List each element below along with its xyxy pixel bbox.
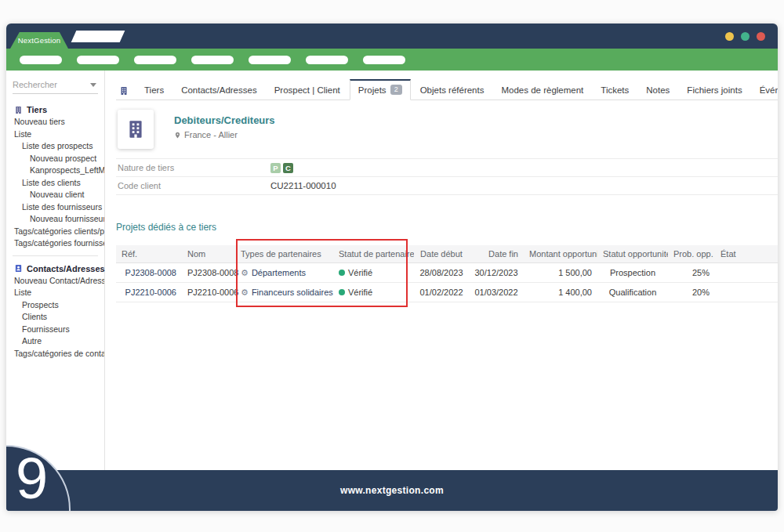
- brand-label: NextGestion: [18, 36, 60, 45]
- column-header: Date début: [414, 249, 469, 259]
- sidebar-item[interactable]: Tags/catégories clients/pr...: [6, 226, 104, 238]
- nav-pill[interactable]: [363, 56, 405, 64]
- sidebar-item[interactable]: Nouveau Contact/Adresse: [6, 275, 104, 288]
- main-panel: Tiers Contacts/Adresses Prospect | Clien…: [105, 71, 778, 470]
- brand-tab: NextGestion: [10, 32, 68, 49]
- sidebar-item[interactable]: Liste des fournisseurs: [6, 201, 104, 214]
- tab[interactable]: Tickets: [593, 81, 637, 100]
- sidebar-item[interactable]: Fournisseurs: [6, 324, 104, 336]
- sidebar-group-title: Tiers: [27, 105, 47, 114]
- sidebar: Tiers Nouveau tiers Liste Liste des pros…: [6, 71, 105, 470]
- project-name: PJ2308-0008: [182, 268, 235, 277]
- nav-pill[interactable]: [249, 56, 291, 64]
- column-header: Statut de partenaire: [333, 249, 414, 259]
- sidebar-item[interactable]: Nouveau tiers: [6, 116, 104, 128]
- date-fin: 01/03/2022: [469, 288, 524, 297]
- building-icon: [119, 86, 129, 96]
- tab-label: Tickets: [601, 85, 629, 95]
- prob-opp: 25%: [668, 268, 715, 277]
- partner-type: Financeurs solidaires: [252, 288, 333, 297]
- sidebar-item[interactable]: Tags/catégories fournisse...: [6, 237, 104, 250]
- sidebar-item[interactable]: Nouveau prospect: [6, 153, 104, 165]
- project-ref-link[interactable]: PJ2210-0006: [116, 288, 182, 297]
- tab[interactable]: Projets 2: [350, 79, 411, 100]
- partner-type: Départements: [252, 268, 306, 277]
- nav-pill[interactable]: [134, 56, 176, 64]
- projects-section-title: Projets dédiés à ce tiers: [116, 222, 216, 233]
- partner-status: Vérifié: [333, 268, 414, 277]
- hierarchy-icon: [122, 270, 122, 277]
- sidebar-item[interactable]: Prospects: [6, 299, 104, 312]
- tab-bar: Tiers Contacts/Adresses Prospect | Clien…: [116, 81, 778, 100]
- tab-label: Modes de règlement: [501, 85, 583, 95]
- project-ref-link[interactable]: PJ2308-0008: [116, 268, 182, 277]
- column-header: Statut opportunité: [597, 249, 668, 259]
- gear-icon: ⚙: [241, 269, 249, 277]
- sidebar-group-tiers[interactable]: Tiers: [6, 103, 104, 116]
- minimize-dot-icon[interactable]: [725, 32, 734, 41]
- column-header: Réf.: [116, 249, 182, 259]
- sidebar-item[interactable]: Nouveau fournisseur: [6, 213, 104, 226]
- sidebar-item[interactable]: Liste: [6, 128, 104, 141]
- close-dot-icon[interactable]: [757, 32, 765, 41]
- partner-status: Vérifié: [333, 288, 414, 297]
- nav-pill[interactable]: [191, 56, 234, 64]
- browser-tab-placeholder[interactable]: [71, 31, 125, 42]
- maximize-dot-icon[interactable]: [741, 32, 750, 41]
- tab[interactable]: Prospect | Client: [267, 81, 348, 100]
- prob-opp: 20%: [668, 288, 715, 297]
- tab-label: Événements/Agenda: [760, 85, 778, 95]
- montant-opportunite: 1 400,00: [524, 288, 597, 297]
- column-header: Types de partenaires: [235, 249, 333, 259]
- sidebar-item[interactable]: Liste: [6, 287, 104, 299]
- nav-pill[interactable]: [306, 56, 348, 64]
- sidebar-item[interactable]: Tags/catégories de conta...: [6, 348, 104, 360]
- column-header: État: [715, 249, 778, 259]
- status-dot-icon: [339, 289, 345, 295]
- tab[interactable]: Fichiers joints: [679, 81, 750, 100]
- statut-opportunite: Qualification: [597, 288, 668, 297]
- nav-pill[interactable]: [77, 56, 119, 64]
- tab[interactable]: Contacts/Adresses: [173, 81, 265, 100]
- sidebar-group-contacts-items: Nouveau Contact/Adresse Liste Prospects …: [6, 275, 104, 360]
- sidebar-item[interactable]: Nouveau client: [6, 189, 104, 201]
- page-title: Debiteurs/Crediteurs: [174, 114, 275, 126]
- record-avatar: [118, 110, 154, 149]
- nature-badge-c: C: [283, 163, 293, 173]
- tab-count-badge: 2: [390, 85, 402, 95]
- sidebar-item[interactable]: Autre: [6, 335, 104, 348]
- tab[interactable]: Événements/Agenda 5: [752, 81, 778, 100]
- column-header: Nom: [182, 249, 235, 259]
- tab[interactable]: Modes de règlement: [493, 81, 591, 100]
- hierarchy-icon: [122, 289, 122, 296]
- tab-label: Projets: [358, 85, 387, 95]
- building-icon: [125, 118, 146, 140]
- date-fin: 30/12/2023: [469, 268, 524, 277]
- tab[interactable]: Objets référents: [412, 81, 492, 100]
- footer-url: www.nextgestion.com: [340, 485, 444, 496]
- nav-pill[interactable]: [20, 56, 62, 64]
- status-dot-icon: [339, 270, 345, 276]
- project-ref: PJ2210-0006: [125, 288, 176, 297]
- table-header-row: Réf. Nom Types de partenaires Statut de …: [116, 245, 778, 263]
- footer-bar: www.nextgestion.com: [6, 470, 778, 511]
- tab[interactable]: Notes: [638, 81, 677, 100]
- tab-label: Contacts/Adresses: [181, 85, 257, 95]
- partner-type-link[interactable]: ⚙ Départements: [235, 268, 333, 277]
- sidebar-item[interactable]: Clients: [6, 311, 104, 324]
- partner-status-label: Vérifié: [348, 288, 372, 297]
- sidebar-item[interactable]: Liste des clients: [6, 177, 104, 190]
- sidebar-item[interactable]: Kanprospects_LeftM...: [6, 165, 104, 177]
- sidebar-item[interactable]: Liste des prospects: [6, 140, 104, 153]
- table-body: PJ2308-0008 PJ2308-0008 ⚙ Départements V…: [116, 263, 778, 302]
- search-input[interactable]: [13, 77, 98, 92]
- tab[interactable]: Tiers: [136, 81, 172, 100]
- title-bar: NextGestion: [6, 24, 778, 49]
- table-row: PJ2308-0008 PJ2308-0008 ⚙ Départements V…: [116, 263, 778, 283]
- sidebar-search: [13, 77, 98, 94]
- sidebar-group-contacts[interactable]: Contacts/Adresses: [6, 262, 104, 275]
- project-ref: PJ2308-0008: [125, 268, 176, 277]
- partner-type-link[interactable]: ⚙ Financeurs solidaires: [235, 288, 333, 297]
- contacts-icon: [14, 264, 23, 273]
- table-row: PJ2210-0006 PJ2210-0006 ⚙ Financeurs sol…: [116, 283, 778, 302]
